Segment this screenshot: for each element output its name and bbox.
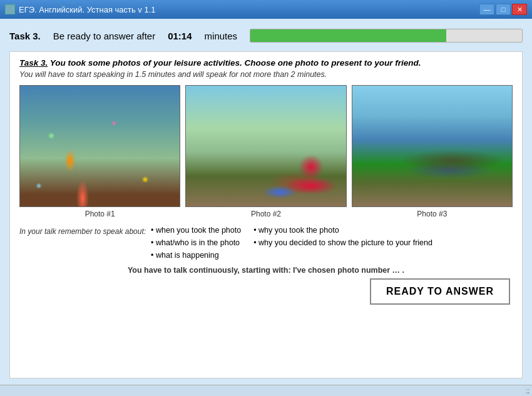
window-title: ЕГЭ. Английский. Устная часть v 1.1 [19, 5, 156, 14]
photo-container-1: Photo #1 [19, 85, 180, 218]
task-num-label: Task 3. [19, 58, 48, 68]
maximize-button[interactable]: □ [496, 4, 511, 15]
photo-container-2: Photo #2 [185, 85, 346, 218]
status-text: ;; [526, 387, 529, 394]
title-bar: ЕГЭ. Английский. Устная часть v 1.1 — □ … [0, 0, 532, 19]
speak-points: • when you took the photo • what/who is … [151, 226, 513, 260]
content-area: Task 3. Be ready to answer after 01:14 m… [0, 19, 532, 385]
speak-point-2-1: • why you took the photo [253, 226, 432, 235]
progress-bar-container [250, 29, 523, 43]
photo-2 [185, 85, 346, 207]
minutes-label: minutes [205, 31, 238, 41]
speak-point-1-2: • what/who is in the photo [151, 238, 241, 247]
starting-prefix: You have to talk continuously, starting … [128, 266, 291, 275]
speak-about-row: In your talk remember to speak about: • … [19, 226, 513, 260]
ready-to-answer-button[interactable]: READY TO ANSWER [370, 278, 510, 305]
main-window: ЕГЭ. Английский. Устная часть v 1.1 — □ … [0, 0, 532, 396]
speak-point-2-2: • why you decided to show the picture to… [253, 238, 432, 247]
instruction-title: Task 3. You took some photos of your lei… [19, 58, 513, 68]
task-header: Task 3. Be ready to answer after 01:14 m… [9, 25, 523, 46]
minimize-button[interactable]: — [479, 4, 494, 15]
photo-container-3: Photo #3 [352, 85, 513, 218]
app-icon [5, 4, 15, 14]
speak-col-2: • why you took the photo • why you decid… [253, 226, 432, 260]
speak-col-1: • when you took the photo • what/who is … [151, 226, 241, 260]
instruction-sub: You will have to start speaking in 1.5 m… [19, 70, 513, 79]
progress-bar-fill [250, 29, 446, 42]
speak-point-1-3: • what is happening [151, 251, 241, 260]
speak-point-1-1: • when you took the photo [151, 226, 241, 235]
speak-label: In your talk remember to speak about: [19, 226, 146, 260]
ready-text: Be ready to answer after [53, 31, 155, 41]
bottom-row: READY TO ANSWER [19, 278, 513, 305]
instruction-bold: You took some photos of your leisure act… [48, 58, 421, 68]
photo-caption-2: Photo #2 [251, 210, 281, 218]
photo-3 [352, 85, 513, 207]
starting-bold: I've chosen photo number … . [293, 266, 404, 275]
photo-caption-3: Photo #3 [417, 210, 447, 218]
photos-row: Photo #1 Photo #2 Photo #3 [19, 85, 513, 218]
close-button[interactable]: ✕ [512, 4, 527, 15]
title-bar-left: ЕГЭ. Английский. Устная часть v 1.1 [5, 4, 156, 14]
photo-caption-1: Photo #1 [85, 210, 115, 218]
photo-1 [19, 85, 180, 207]
starting-line: You have to talk continuously, starting … [19, 266, 513, 275]
timer-display: 01:14 [168, 31, 192, 41]
title-controls: — □ ✕ [479, 4, 527, 15]
main-card: Task 3. You took some photos of your lei… [9, 51, 523, 378]
task-number: Task 3. [9, 31, 41, 41]
status-bar: ;; [0, 385, 532, 396]
